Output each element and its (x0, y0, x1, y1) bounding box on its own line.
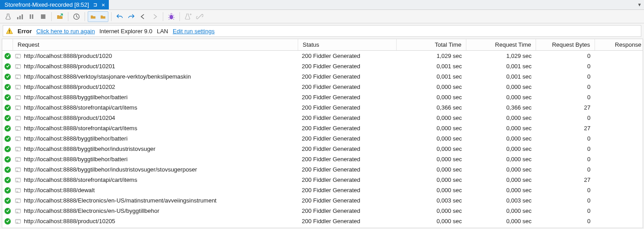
table-row[interactable]: http://localhost:8888/storefrontapi/cart… (2, 123, 643, 133)
link-icon[interactable] (194, 11, 205, 22)
table-row[interactable]: http://localhost:8888/verktoy/stasjonare… (2, 71, 643, 82)
col-request-bytes[interactable]: Request Bytes (536, 39, 595, 50)
pin-icon[interactable]: ⊐ (94, 1, 97, 8)
table-row[interactable]: http://localhost:8888/product/10204200 F… (2, 113, 643, 123)
table-row[interactable]: http://localhost:8888/product/10201200 F… (2, 61, 643, 71)
request-type-icon (15, 105, 21, 111)
col-response-bytes[interactable]: Response Bytes (595, 39, 643, 50)
browser-label: Internet Explorer 9.0 (99, 28, 152, 35)
success-icon (4, 125, 11, 132)
request-url: http://localhost:8888/byggtilbehor/batte… (24, 94, 128, 101)
forward-arrow-icon[interactable] (149, 11, 160, 22)
table-row[interactable]: http://localhost:8888/storefrontapi/cart… (2, 102, 643, 113)
chart-icon[interactable] (14, 11, 25, 22)
request-bytes: 0 (587, 94, 590, 101)
stop-icon[interactable] (38, 11, 49, 22)
table-row[interactable]: http://localhost:8888/dewalt200 Fiddler … (2, 185, 643, 195)
request-bytes: 0 (587, 207, 590, 214)
request-type-icon (15, 167, 21, 173)
svg-rect-37 (15, 188, 20, 189)
status-text: 200 Fiddler Generated (302, 145, 360, 152)
col-status-icon[interactable] (2, 39, 13, 50)
grid-body[interactable]: http://localhost:8888/product/1020200 Fi… (2, 51, 643, 228)
table-row[interactable]: http://localhost:8888/Electronics/en-US/… (2, 195, 643, 206)
status-text: 200 Fiddler Generated (302, 84, 360, 90)
request-url: http://localhost:8888/storefrontapi/cart… (24, 125, 137, 132)
table-row[interactable]: http://localhost:8888/byggtilbehor/batte… (2, 154, 643, 164)
total-time: 0,000 sec (437, 84, 462, 90)
request-bytes: 0 (587, 156, 590, 163)
request-time: 0,000 sec (506, 187, 532, 194)
pause-icon[interactable] (26, 11, 37, 22)
flask-plus-icon[interactable] (183, 11, 193, 22)
table-row[interactable]: http://localhost:8888/byggtilbehor/indus… (2, 144, 643, 154)
run-again-link[interactable]: Click here to run again (36, 28, 95, 35)
clock-icon[interactable] (71, 11, 82, 22)
svg-rect-21 (15, 106, 20, 107)
table-row[interactable]: http://localhost:8888/byggtilbehor/batte… (2, 92, 643, 102)
table-row[interactable]: http://localhost:8888/product/10205200 F… (2, 216, 643, 226)
request-type-icon (15, 63, 21, 70)
undo-icon[interactable] (114, 11, 125, 22)
svg-rect-41 (15, 209, 20, 210)
success-icon (4, 63, 11, 70)
total-time: 0,000 sec (437, 166, 462, 173)
request-bytes: 27 (584, 125, 590, 132)
request-bytes: 0 (587, 63, 590, 70)
request-type-icon (15, 136, 21, 142)
svg-rect-33 (15, 167, 20, 169)
request-bytes: 0 (587, 197, 590, 204)
redo-icon[interactable] (126, 11, 137, 22)
request-url: http://localhost:8888/storefrontapi/cart… (24, 176, 137, 183)
svg-rect-19 (15, 95, 20, 97)
request-time: 0,000 sec (506, 114, 532, 121)
toolbar-separator (163, 12, 163, 21)
request-url: http://localhost:8888/product/10201 (24, 63, 115, 70)
bug-icon[interactable] (166, 11, 177, 22)
request-url: http://localhost:8888/product/10204 (24, 114, 115, 121)
total-time: 0,000 sec (437, 94, 462, 101)
table-row[interactable]: http://localhost:8888/storefrontapi/cart… (2, 175, 643, 185)
tab-overflow-chevron-icon[interactable]: ▼ (635, 0, 644, 9)
flask-run-icon[interactable] (3, 11, 13, 22)
success-icon (4, 94, 11, 101)
table-row[interactable]: http://localhost:8888/product/1020200 Fi… (2, 51, 643, 61)
request-type-icon (15, 53, 21, 59)
edit-settings-link[interactable]: Edit run settings (173, 28, 215, 35)
folder-1-icon[interactable] (88, 12, 98, 22)
folder-2-icon[interactable] (98, 12, 108, 22)
request-type-icon (15, 198, 21, 204)
table-row[interactable]: http://localhost:8888/byggtilbehor/indus… (2, 164, 643, 175)
col-total-time[interactable]: Total Time (397, 39, 466, 50)
request-time: 0,000 sec (506, 135, 532, 142)
toolbar-separator (179, 12, 180, 21)
request-url: http://localhost:8888/byggtilbehor/indus… (24, 166, 197, 173)
status-text: 200 Fiddler Generated (302, 218, 360, 225)
svg-rect-29 (15, 147, 20, 148)
back-arrow-icon[interactable] (138, 11, 148, 22)
table-row[interactable]: http://localhost:8888/byggtilbehor/batte… (2, 133, 643, 144)
total-time: 0,000 sec (437, 114, 462, 121)
request-url: http://localhost:8888/storefrontapi/cart… (24, 104, 137, 111)
col-request[interactable]: Request (13, 39, 298, 50)
request-type-icon (15, 74, 21, 80)
open-external-icon[interactable] (54, 11, 65, 22)
status-text: 200 Fiddler Generated (302, 114, 360, 121)
success-icon (4, 105, 11, 111)
table-row[interactable]: http://localhost:8888/product/10202200 F… (2, 82, 643, 92)
table-row[interactable]: http://localhost:8888/Electronics/en-US/… (2, 206, 643, 216)
request-time: 1,029 sec (506, 53, 532, 59)
col-request-time[interactable]: Request Time (466, 39, 536, 50)
svg-rect-35 (15, 178, 20, 179)
total-time: 0,000 sec (437, 207, 462, 214)
request-url: http://localhost:8888/byggtilbehor/batte… (24, 156, 128, 163)
svg-point-7 (170, 15, 173, 19)
col-status[interactable]: Status (298, 39, 397, 50)
request-url: http://localhost:8888/Electronics/en-US/… (24, 207, 159, 214)
document-tab[interactable]: Storefront-Mixed-recorded [8:52] ⊐ × (0, 0, 109, 9)
request-bytes: 0 (587, 53, 590, 59)
status-text: 200 Fiddler Generated (302, 176, 360, 183)
close-icon[interactable]: × (102, 1, 105, 8)
total-time: 0,000 sec (437, 125, 462, 132)
toolbar (0, 10, 644, 23)
